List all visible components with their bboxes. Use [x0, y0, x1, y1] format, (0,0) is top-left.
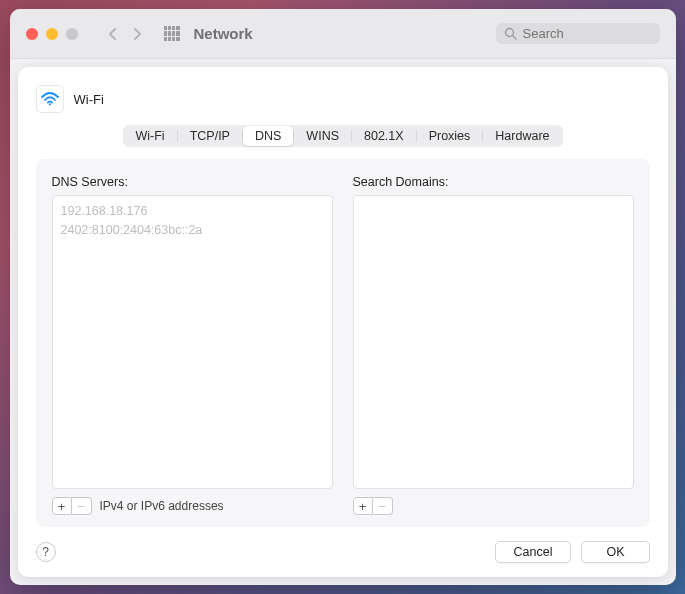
- tab-dns[interactable]: DNS: [243, 126, 293, 146]
- search-domains-list[interactable]: [353, 195, 634, 489]
- list-item[interactable]: 192.168.18.176: [61, 202, 324, 221]
- traffic-lights: [26, 28, 78, 40]
- close-button[interactable]: [26, 28, 38, 40]
- network-name: Wi-Fi: [74, 92, 104, 107]
- tab-segment: Wi-Fi TCP/IP DNS WINS 802.1X Proxies Har…: [123, 125, 563, 147]
- svg-point-2: [48, 103, 50, 105]
- search-field[interactable]: [496, 23, 660, 44]
- preferences-window: Network Wi-Fi Wi-Fi TCP/IP DNS WINS 802.…: [10, 9, 676, 585]
- show-all-icon[interactable]: [164, 26, 180, 42]
- minimize-button[interactable]: [46, 28, 58, 40]
- tab-wifi[interactable]: Wi-Fi: [124, 126, 177, 146]
- advanced-sheet: Wi-Fi Wi-Fi TCP/IP DNS WINS 802.1X Proxi…: [18, 67, 668, 577]
- wifi-icon: [36, 85, 64, 113]
- nav-buttons: [100, 22, 150, 46]
- list-item[interactable]: 2402:8100:2404:63bc::2a: [61, 221, 324, 240]
- tab-hardware[interactable]: Hardware: [483, 126, 561, 146]
- remove-dns-button[interactable]: −: [72, 497, 92, 515]
- sheet-footer: ? Cancel OK: [36, 541, 650, 563]
- dns-add-remove-group: + −: [52, 497, 92, 515]
- svg-line-1: [512, 36, 516, 40]
- search-domains-controls: + −: [353, 497, 634, 515]
- cancel-button[interactable]: Cancel: [495, 541, 572, 563]
- dns-servers-label: DNS Servers:: [52, 175, 333, 189]
- zoom-button[interactable]: [66, 28, 78, 40]
- back-button[interactable]: [100, 22, 124, 46]
- ok-button[interactable]: OK: [581, 541, 649, 563]
- search-icon: [504, 27, 517, 40]
- tab-proxies[interactable]: Proxies: [417, 126, 483, 146]
- sheet-header: Wi-Fi: [36, 85, 650, 113]
- dns-servers-list[interactable]: 192.168.18.176 2402:8100:2404:63bc::2a: [52, 195, 333, 489]
- titlebar: Network: [10, 9, 676, 59]
- dns-servers-column: DNS Servers: 192.168.18.176 2402:8100:24…: [52, 175, 333, 515]
- help-button[interactable]: ?: [36, 542, 56, 562]
- tab-bar: Wi-Fi TCP/IP DNS WINS 802.1X Proxies Har…: [36, 125, 650, 147]
- footer-buttons: Cancel OK: [495, 541, 650, 563]
- domain-add-remove-group: + −: [353, 497, 393, 515]
- dns-hint: IPv4 or IPv6 addresses: [100, 499, 224, 513]
- dns-servers-controls: + − IPv4 or IPv6 addresses: [52, 497, 333, 515]
- add-dns-button[interactable]: +: [52, 497, 72, 515]
- remove-domain-button[interactable]: −: [373, 497, 393, 515]
- forward-button[interactable]: [126, 22, 150, 46]
- search-input[interactable]: [523, 26, 643, 41]
- tab-wins[interactable]: WINS: [294, 126, 351, 146]
- tab-tcpip[interactable]: TCP/IP: [178, 126, 242, 146]
- dns-panel: DNS Servers: 192.168.18.176 2402:8100:24…: [36, 159, 650, 527]
- search-domains-column: Search Domains: + −: [353, 175, 634, 515]
- search-domains-label: Search Domains:: [353, 175, 634, 189]
- add-domain-button[interactable]: +: [353, 497, 373, 515]
- tab-8021x[interactable]: 802.1X: [352, 126, 416, 146]
- window-title: Network: [194, 25, 253, 42]
